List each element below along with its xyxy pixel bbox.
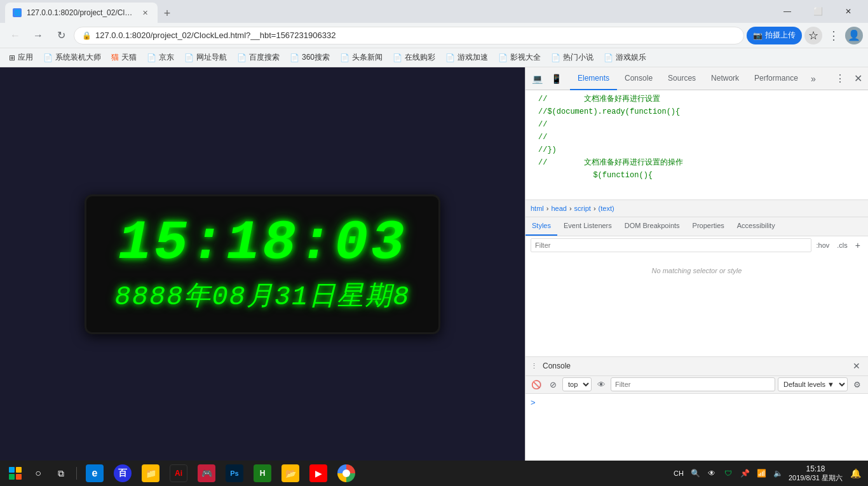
bookmark-baidu[interactable]: 📄 百度搜索 (233, 51, 283, 64)
maximize-button[interactable]: ⬜ (803, 2, 832, 21)
taskbar-app-folder[interactable]: 📂 (278, 461, 303, 486)
breadcrumb-head[interactable]: head (551, 205, 566, 212)
bookmark-jingdong[interactable]: 📄 京东 (143, 51, 178, 64)
bookmark-lottery[interactable]: 📄 在线购彩 (389, 51, 439, 64)
extension-upload-button[interactable]: 📷 拍摄上传 (747, 27, 802, 44)
styles-tab-properties[interactable]: Properties (686, 217, 731, 236)
styles-filter-input[interactable] (531, 238, 811, 252)
devtools-device-icon[interactable]: 📱 (547, 70, 565, 88)
console-settings-button[interactable]: ⚙ (850, 377, 864, 391)
new-tab-button[interactable]: + (158, 4, 177, 23)
devtools-tab-performance[interactable]: Performance (747, 67, 806, 90)
devtools-more-tabs-button[interactable]: » (806, 71, 821, 86)
taskbar-clock[interactable]: 15:18 2019/8/31 星期六 (789, 464, 843, 483)
search-button[interactable]: ○ (28, 463, 48, 483)
devtools-settings-button[interactable]: ✕ (850, 71, 865, 86)
bookmark-nav-label: 网址导航 (196, 52, 227, 63)
console-menu-icon[interactable]: ⋮ (531, 362, 538, 370)
styles-tab-event-listeners[interactable]: Event Listeners (557, 217, 618, 236)
breadcrumb-html[interactable]: html (531, 205, 544, 212)
taskbar-app-hbuilder[interactable]: H (250, 461, 275, 486)
bookmark-nav[interactable]: 📄 网址导航 (180, 51, 231, 64)
tray-lang-icon[interactable]: CH (673, 468, 684, 479)
baidu-icon: 百 (114, 464, 132, 482)
close-button[interactable]: ✕ (834, 2, 863, 21)
clock-date-display: 2019/8/31 星期六 (789, 473, 843, 483)
taskbar-app-explorer[interactable]: 📁 (138, 461, 163, 486)
bookmark-game-speed[interactable]: 📄 游戏加速 (442, 51, 492, 64)
console-clear-button[interactable]: 🚫 (529, 377, 543, 391)
tray-volume-icon[interactable]: 🔈 (772, 468, 783, 479)
styles-tab-accessibility[interactable]: Accessibility (731, 217, 782, 236)
bookmark-toutiao[interactable]: 📄 头条新闻 (336, 51, 386, 64)
menu-button[interactable]: ⋮ (825, 27, 843, 44)
bookmark-system-label: 系统装机大师 (55, 52, 101, 63)
tab-close-button[interactable]: ✕ (140, 8, 150, 18)
tray-security-icon[interactable]: 🛡 (722, 468, 734, 479)
notification-button[interactable]: 🔔 (848, 466, 863, 481)
hov-button[interactable]: :hov (814, 240, 832, 250)
task-view-button[interactable]: ⧉ (51, 463, 71, 483)
browser-tab-active[interactable]: 🌐 127.0.0.1:8020/project_02/Clo... ✕ (5, 3, 158, 23)
tray-wifi-icon[interactable]: 📶 (756, 468, 767, 479)
bookmark-icon-game-speed: 📄 (445, 53, 455, 62)
console-filter-input[interactable] (611, 377, 775, 391)
webpage: 15:18:03 8888年08月31日星期8 (0, 67, 525, 461)
tray-search-icon[interactable]: 🔍 (689, 468, 701, 479)
console-close-button[interactable]: ✕ (850, 360, 863, 372)
bookmark-icon-jd: 📄 (147, 53, 156, 62)
taskbar-divider (76, 467, 77, 480)
bookmark-star-icon[interactable]: ☆ (804, 27, 822, 44)
taskbar-app-ps[interactable]: Ps (222, 461, 247, 486)
clock-time-display: 15:18 (789, 464, 843, 473)
console-context-select[interactable]: top (562, 377, 592, 391)
bookmark-game-ent-label: 游戏娱乐 (616, 52, 646, 63)
profile-avatar[interactable]: 👤 (845, 27, 863, 44)
bookmark-360[interactable]: 📄 360搜索 (286, 51, 334, 64)
taskbar-app-edge[interactable]: e (82, 461, 107, 486)
taskbar-app-chrome[interactable] (334, 461, 359, 486)
devtools-tabs: Elements Console Sources Network Perform… (570, 67, 832, 90)
devtools-inspect-icon[interactable]: 💻 (528, 70, 546, 88)
bookmark-icon-novel: 📄 (551, 53, 560, 62)
code-line: //}) (526, 144, 868, 156)
taskbar-app-game[interactable]: 🎮 (194, 461, 219, 486)
bookmark-novel[interactable]: 📄 热门小说 (547, 51, 597, 64)
breadcrumb-text[interactable]: (text) (599, 205, 614, 212)
taskbar-app-youtube[interactable]: ▶ (306, 461, 331, 486)
bookmark-game-ent[interactable]: 📄 游戏娱乐 (600, 51, 650, 64)
devtools-close-button[interactable]: ⋮ (832, 71, 848, 86)
bookmark-system[interactable]: 📄 系统装机大师 (39, 51, 105, 64)
tray-app2-icon[interactable]: 📌 (739, 468, 750, 479)
bookmark-video[interactable]: 📄 影视大全 (494, 51, 545, 64)
clock-date: 8888年08月31日星期8 (115, 278, 410, 313)
address-bar[interactable]: 🔒 127.0.0.1:8020/project_02/ClockLed.htm… (74, 27, 744, 44)
console-eye-button[interactable]: 👁 (594, 377, 608, 391)
bookmark-tianmao[interactable]: 猫 天猫 (107, 51, 140, 64)
console-prompt[interactable]: > (531, 398, 536, 407)
forward-button[interactable]: → (28, 25, 48, 46)
devtools-tab-sources[interactable]: Sources (660, 67, 703, 90)
devtools-tab-console[interactable]: Console (617, 67, 660, 90)
bookmark-toutiao-label: 头条新闻 (352, 52, 383, 63)
console-filter-icon[interactable]: ⊘ (546, 377, 560, 391)
taskbar-app-baidu[interactable]: 百 (110, 461, 135, 486)
devtools-tab-elements[interactable]: Elements (570, 67, 617, 90)
console-level-select[interactable]: Default levels ▼ (778, 377, 848, 391)
styles-panel: Styles Event Listeners DOM Breakpoints P… (526, 217, 868, 357)
bookmark-icon-game-ent: 📄 (604, 53, 613, 62)
minimize-button[interactable]: — (773, 2, 802, 21)
styles-tab-styles[interactable]: Styles (526, 217, 557, 236)
devtools-tab-network[interactable]: Network (703, 67, 747, 90)
refresh-button[interactable]: ↻ (51, 25, 71, 46)
bookmark-apps[interactable]: ⊞ 应用 (5, 51, 37, 64)
add-style-button[interactable]: + (853, 239, 863, 252)
code-editor[interactable]: // 文档准备好再进行设置 //$(document).ready(functi… (526, 90, 868, 199)
back-button[interactable]: ← (5, 25, 25, 46)
cls-button[interactable]: .cls (834, 240, 850, 250)
breadcrumb-script[interactable]: script (574, 205, 591, 212)
start-button[interactable] (5, 463, 25, 483)
tray-eye-icon[interactable]: 👁 (706, 468, 717, 479)
taskbar-app-ai[interactable]: Ai (166, 461, 191, 486)
styles-tab-dom-breakpoints[interactable]: DOM Breakpoints (618, 217, 686, 236)
